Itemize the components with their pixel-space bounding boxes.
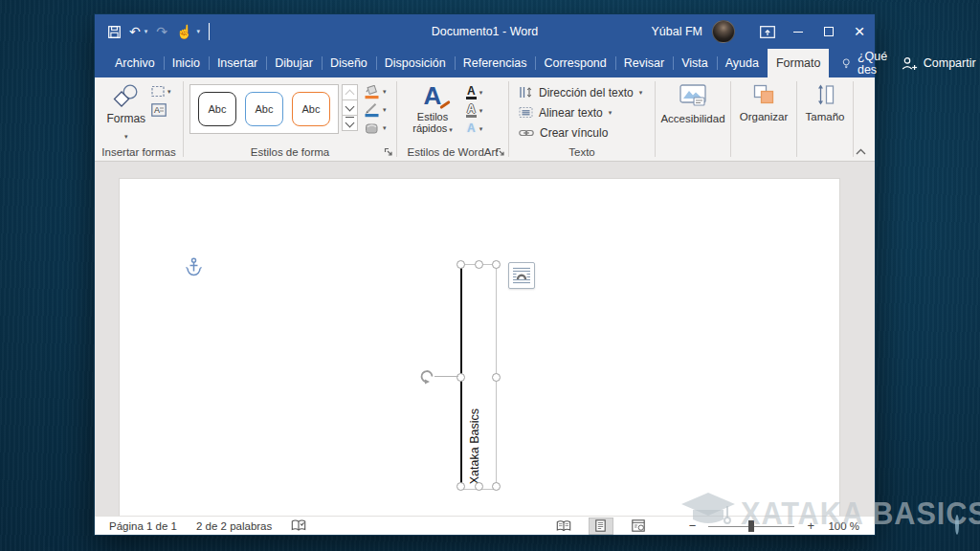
zoom-slider-thumb[interactable] — [748, 520, 754, 532]
zoom-slider[interactable] — [708, 520, 794, 532]
tab-formato-active[interactable]: Formato — [768, 49, 830, 77]
group-label-wordart: Estilos de WordArt — [397, 146, 508, 158]
share-button[interactable]: Compartir — [902, 49, 976, 77]
document-area[interactable]: Xataka Basics — [95, 162, 875, 516]
draw-text-box-button[interactable]: A — [151, 103, 171, 117]
size-button[interactable]: Tamaño — [797, 77, 853, 161]
close-icon — [854, 24, 864, 39]
shapes-label: Formas — [106, 112, 145, 125]
group-wordart-styles: A Estilos rápidos A A A Estilos de WordA… — [397, 77, 508, 161]
rotate-handle[interactable] — [417, 366, 437, 386]
maximize-button[interactable] — [813, 17, 844, 46]
shape-fill-button[interactable] — [364, 84, 387, 99]
web-layout-button[interactable] — [626, 518, 651, 535]
tab-archivo[interactable]: Archivo — [106, 49, 164, 77]
redo-button[interactable]: ↷ — [156, 25, 167, 38]
link-icon — [519, 128, 534, 138]
word-count[interactable]: 2 de 2 palabras — [196, 520, 272, 532]
customize-qat-button[interactable] — [209, 23, 217, 40]
text-fill-button[interactable]: A — [466, 85, 482, 99]
group-label-insert-shapes: Insertar formas — [95, 146, 183, 158]
web-layout-icon — [632, 519, 645, 532]
layout-options-icon — [512, 266, 531, 285]
maximize-icon — [824, 27, 834, 36]
resize-handle-top-middle[interactable] — [475, 260, 483, 269]
print-layout-button[interactable] — [589, 518, 613, 535]
tab-referencias[interactable]: Referencias — [455, 49, 536, 77]
ribbon-tab-row: Archivo Inicio Insertar Dibujar Diseño D… — [95, 49, 875, 77]
tell-me-button[interactable]: ¿Qué des — [833, 49, 901, 77]
layout-options-button[interactable] — [508, 262, 535, 289]
gallery-scroll-down-button[interactable] — [342, 99, 358, 116]
resize-handle-middle-left[interactable] — [457, 373, 465, 382]
quick-styles-label: Estilos rápidos — [403, 111, 462, 136]
resize-handle-bottom-left[interactable] — [457, 482, 465, 491]
svg-text:A: A — [154, 105, 160, 115]
selected-text-box[interactable]: Xataka Basics — [460, 264, 497, 490]
desktop: ↶ ↷ ☝ Documento1 - Word Yúbal FM — [0, 0, 980, 551]
resize-handle-top-left[interactable] — [457, 260, 465, 269]
lightbulb-icon — [842, 55, 850, 72]
tab-dibujar[interactable]: Dibujar — [266, 49, 322, 77]
shape-style-option-2[interactable]: Abc — [245, 92, 283, 126]
zoom-out-button[interactable] — [689, 518, 697, 533]
undo-button[interactable]: ↶ — [129, 25, 147, 38]
wordart-dialog-launcher[interactable] — [496, 147, 505, 157]
shape-styles-dialog-launcher[interactable] — [384, 147, 393, 157]
text-direction-icon — [519, 85, 533, 99]
page-indicator[interactable]: Página 1 de 1 — [109, 520, 177, 532]
tab-disposicion[interactable]: Disposición — [376, 49, 455, 77]
shapes-icon — [112, 83, 141, 108]
word-window: ↶ ↷ ☝ Documento1 - Word Yúbal FM — [94, 13, 876, 536]
resize-handle-bottom-right[interactable] — [492, 482, 501, 491]
shape-outline-button[interactable] — [364, 102, 387, 118]
save-button[interactable] — [108, 26, 121, 38]
text-box-icon: A — [151, 103, 167, 117]
tab-vista[interactable]: Vista — [673, 49, 717, 77]
accessibility-button[interactable]: Accesibilidad — [656, 77, 730, 161]
text-effects-button[interactable]: A — [466, 121, 482, 136]
read-mode-button[interactable] — [551, 518, 576, 535]
tab-diseno[interactable]: Diseño — [322, 49, 376, 77]
zoom-in-button[interactable] — [807, 518, 814, 533]
shape-fill-icon — [364, 85, 380, 99]
rotate-icon — [417, 366, 437, 386]
text-effects-icon: A — [466, 123, 477, 134]
resize-handle-top-right[interactable] — [492, 260, 501, 269]
tab-revisar[interactable]: Revisar — [615, 49, 673, 77]
print-layout-icon — [595, 519, 606, 532]
collapse-ribbon-button[interactable] — [856, 148, 866, 155]
align-text-button[interactable]: Alinear texto — [519, 105, 655, 120]
tab-inicio[interactable]: Inicio — [164, 49, 209, 77]
tab-ayuda[interactable]: Ayuda — [717, 49, 768, 77]
gallery-scroll-up-button[interactable] — [342, 84, 358, 100]
tab-correspondencia[interactable]: Correspond — [535, 49, 614, 77]
ribbon-display-options-button[interactable] — [752, 17, 783, 46]
text-outline-button[interactable]: A — [466, 103, 482, 118]
create-link-button[interactable]: Crear vínculo — [519, 125, 655, 140]
zoom-level[interactable]: 100 % — [827, 520, 859, 532]
touch-mode-button[interactable]: ☝ — [176, 25, 200, 38]
tab-insertar[interactable]: Insertar — [209, 49, 266, 77]
text-direction-button[interactable]: Dirección del texto — [519, 85, 655, 99]
shape-style-option-1[interactable]: Abc — [198, 92, 236, 126]
resize-handle-bottom-middle[interactable] — [475, 482, 483, 491]
shape-style-option-3[interactable]: Abc — [292, 92, 330, 126]
redo-icon: ↷ — [156, 25, 167, 38]
chevron-down-icon — [124, 125, 128, 143]
text-box-content[interactable]: Xataka Basics — [468, 408, 481, 484]
account-name[interactable]: Yúbal FM — [652, 25, 703, 38]
save-icon — [108, 26, 121, 38]
shape-effects-button[interactable] — [364, 121, 387, 136]
shape-style-gallery: Abc Abc Abc — [189, 84, 339, 134]
avatar[interactable] — [712, 20, 735, 43]
resize-handle-middle-right[interactable] — [492, 373, 501, 382]
close-button[interactable] — [844, 17, 875, 46]
proofing-book-icon — [291, 519, 306, 532]
minimize-button[interactable] — [783, 17, 813, 46]
ribbon-format-tools: Formas A — [95, 77, 875, 162]
gallery-more-button[interactable] — [342, 115, 358, 131]
proofing-status-button[interactable] — [291, 519, 306, 532]
arrange-button[interactable]: Organizar — [731, 77, 796, 161]
edit-shape-button[interactable] — [151, 85, 171, 98]
